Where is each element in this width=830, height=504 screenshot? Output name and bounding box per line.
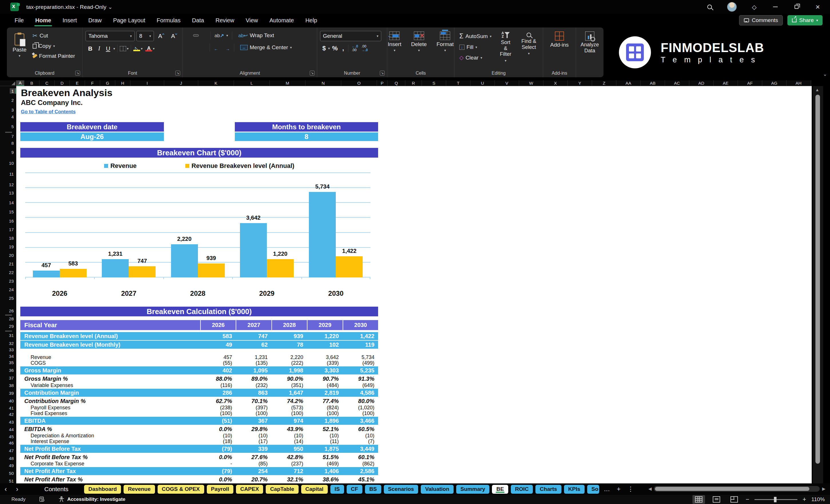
table-row[interactable]: Revenue Breakeven level (Monthly)4962781… <box>20 341 378 349</box>
increase-indent-button[interactable]: → <box>223 45 230 50</box>
menu-tab-view[interactable]: View <box>241 15 263 26</box>
zoom-out-button[interactable]: − <box>746 496 749 503</box>
column-header-N[interactable]: N <box>306 81 341 86</box>
insert-cells-button[interactable]: Insert▾ <box>385 31 405 53</box>
wrap-text-button[interactable]: ab↩Wrap Text <box>236 31 276 40</box>
column-header-C[interactable]: C <box>39 81 55 86</box>
table-row[interactable]: Gross Margin4021,0951,9983,3035,235 <box>20 367 378 374</box>
row-header-20[interactable]: 20 <box>9 253 14 258</box>
column-header-D[interactable]: D <box>55 81 70 86</box>
column-header-Z[interactable]: Z <box>592 81 616 86</box>
table-row[interactable]: Revenue4571,2312,2203,6425,734 <box>20 354 378 360</box>
clipboard-dialog-launcher[interactable]: ↘ <box>75 71 80 75</box>
menu-tab-review[interactable]: Review <box>211 15 239 26</box>
zoom-level[interactable]: 110% <box>811 496 825 503</box>
column-header-U[interactable]: U <box>471 81 495 86</box>
sheet-tab-revenue[interactable]: Revenue <box>124 485 155 494</box>
row-header-31[interactable]: 31 <box>9 333 14 338</box>
chart-bar[interactable] <box>129 266 156 278</box>
currency-format-button[interactable]: $ <box>320 44 328 53</box>
column-header-K[interactable]: K <box>198 81 234 86</box>
font-family-select[interactable]: Tahoma▾ <box>86 31 135 41</box>
table-row[interactable]: Gross Margin %88.0%89.0%90.0%90.7%91.3% <box>20 375 378 382</box>
column-header-J[interactable]: J <box>164 81 198 86</box>
column-header-B[interactable]: B <box>24 81 39 86</box>
sheet-tab-capex[interactable]: CAPEX <box>236 485 263 494</box>
row-header-11[interactable]: 11 <box>9 171 14 177</box>
column-header-H[interactable]: H <box>115 81 130 86</box>
decrease-indent-button[interactable]: ← <box>214 45 221 50</box>
sheet-tab-scenarios[interactable]: Scenarios <box>384 485 418 494</box>
avatar[interactable] <box>727 2 737 12</box>
menu-tab-data[interactable]: Data <box>187 15 209 26</box>
table-row[interactable]: Contribution Margin %62.7%70.1%74.2%77.4… <box>20 397 378 405</box>
row-header-12[interactable]: 12 <box>9 182 14 187</box>
table-row[interactable]: EBITDA %0.0%29.8%43.9%52.1%60.5% <box>20 426 378 433</box>
table-row[interactable]: EBITDA(51)3679741,8963,466 <box>20 417 378 425</box>
row-header-43[interactable]: 43 <box>9 420 14 424</box>
macro-record-icon[interactable] <box>39 497 45 502</box>
vertical-scrollbar-thumb[interactable] <box>816 95 820 464</box>
column-header-P[interactable]: P <box>377 81 387 86</box>
vertical-scrollbar[interactable]: ▲ <box>813 86 823 483</box>
column-header-AE[interactable]: AE <box>713 81 738 86</box>
align-center-button[interactable] <box>193 46 198 48</box>
sheet-tab-charts[interactable]: Charts <box>535 485 561 494</box>
column-header-O[interactable]: O <box>341 81 377 86</box>
row-header-38[interactable]: 38 <box>9 383 14 388</box>
format-painter-button[interactable]: Format Painter <box>31 52 77 61</box>
row-header-26[interactable]: 26 <box>9 308 14 313</box>
chevron-down-icon[interactable]: ▾ <box>113 46 115 51</box>
chart-bar[interactable] <box>60 269 87 278</box>
minimize-button[interactable] <box>772 3 779 10</box>
share-button[interactable]: Share ▾ <box>787 15 823 26</box>
column-header-M[interactable]: M <box>270 81 306 86</box>
bold-button[interactable]: B <box>86 44 95 53</box>
align-middle-button[interactable] <box>193 34 199 37</box>
chart-bar[interactable] <box>336 256 363 278</box>
column-header-AA[interactable]: AA <box>616 81 641 86</box>
copy-button[interactable]: Copy ▾ <box>31 41 77 51</box>
page-break-view-button[interactable] <box>728 495 740 504</box>
merge-center-button[interactable]: ↔Merge & Center▾ <box>238 43 294 52</box>
row-header-34[interactable]: 34 <box>9 354 14 359</box>
row-header-21[interactable]: 21 <box>9 261 14 266</box>
table-row[interactable]: Net Profit Before Tax(79)3399501,8753,44… <box>20 445 378 453</box>
row-header-45[interactable]: 45 <box>9 434 14 439</box>
sheet-tab-kpis[interactable]: KPIs <box>564 485 584 494</box>
column-header-T[interactable]: T <box>446 81 471 86</box>
clear-button[interactable]: ◇Clear▾ <box>457 53 493 62</box>
zoom-in-button[interactable]: + <box>802 496 806 503</box>
column-header-R[interactable]: R <box>405 81 422 86</box>
premium-diamond-icon[interactable]: ◇ <box>751 3 758 10</box>
table-row[interactable]: Net Profit Before Tax %0.0%27.6%42.8%51.… <box>20 453 378 461</box>
horizontal-scrollbar-thumb[interactable] <box>655 487 809 491</box>
sheet-tab-summary[interactable]: Summary <box>456 485 490 494</box>
table-row[interactable]: Revenue Breakeven level (Annual)58374793… <box>20 332 378 340</box>
paste-button[interactable]: Paste ▾ <box>10 33 29 59</box>
analyze-data-button[interactable]: AnalyzeData <box>579 31 601 54</box>
sheet-tab-dashboard[interactable]: Dashboard <box>84 485 121 494</box>
read-only-badge[interactable]: Read-Only <box>80 4 106 10</box>
sheet-tab-roic[interactable]: ROIC <box>511 485 533 494</box>
row-header-41[interactable]: 41 <box>9 406 14 410</box>
table-row[interactable] <box>20 349 378 354</box>
row-header-3[interactable]: 3 <box>11 107 14 113</box>
row-header-44[interactable]: 44 <box>9 427 14 432</box>
addins-button[interactable]: Add-ins <box>546 31 573 49</box>
table-row[interactable]: Net Profit After Tax(79)2547121,4062,586 <box>20 467 378 475</box>
row-header-2[interactable]: 2 <box>11 98 14 103</box>
increase-font-button[interactable]: A <box>156 32 167 40</box>
menu-tab-insert[interactable]: Insert <box>58 15 82 26</box>
chevron-down-icon[interactable]: ▾ <box>153 46 154 51</box>
fill-button[interactable]: ↓Fill▾ <box>457 43 493 52</box>
collapse-ribbon-chevron[interactable]: ⌄ <box>823 71 827 77</box>
scroll-up-icon[interactable]: ▲ <box>815 87 820 92</box>
row-header-37[interactable]: 37 <box>9 376 14 380</box>
table-row[interactable]: Contribution Margin2868631,6472,8194,586 <box>20 389 378 397</box>
font-color-button[interactable]: A <box>145 46 152 52</box>
table-row[interactable]: Depreciation & Amortization(10)(10)(10)(… <box>20 433 378 439</box>
normal-view-button[interactable] <box>693 495 705 504</box>
borders-icon[interactable] <box>120 46 126 51</box>
menu-tab-home[interactable]: Home <box>30 15 56 26</box>
